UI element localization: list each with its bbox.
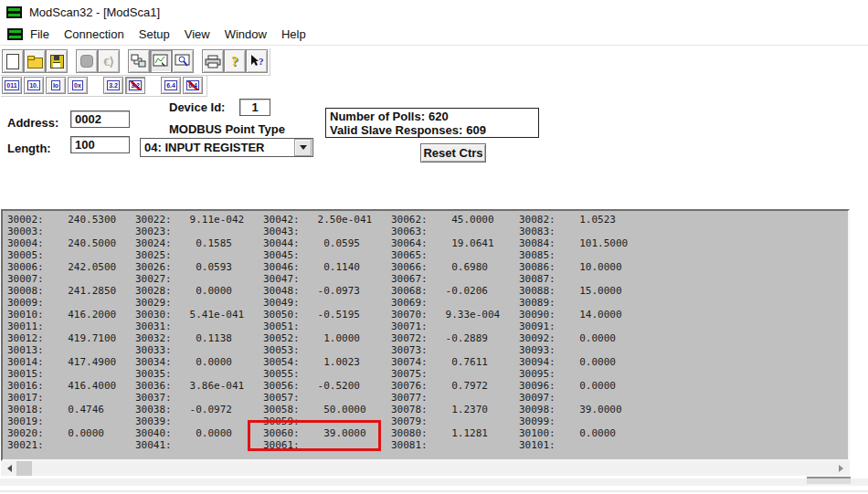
register-cell: 30004: 240.5000 — [7, 237, 135, 249]
address-label: Address: — [7, 116, 58, 130]
register-cell: 30089: — [519, 297, 647, 309]
register-cell: 30081: — [391, 439, 519, 451]
register-cell: 30042: 2.50e-041 — [263, 214, 391, 226]
combo-dropdown-button[interactable] — [294, 139, 312, 156]
display-binary-button[interactable]: 011 — [2, 77, 22, 94]
modscan32-window: ModScan32 - [ModSca1] File Connection Se… — [0, 0, 868, 494]
float-swapped-format-icon: 3.2 — [129, 80, 142, 90]
display-double-button[interactable]: 6.4 — [161, 77, 181, 94]
register-cell: 30097: — [519, 392, 647, 404]
display-hex-button[interactable]: 0x — [68, 77, 88, 94]
about-help-button[interactable]: ? — [224, 49, 246, 73]
register-cell: 30055: — [263, 368, 391, 380]
menu-setup[interactable]: Setup — [132, 26, 177, 43]
scroll-right-button[interactable] — [834, 461, 850, 476]
scroll-left-arrow-icon — [4, 465, 12, 472]
register-cell: 30074: 0.7611 — [391, 356, 519, 368]
register-cell: 30041: — [135, 439, 263, 451]
register-column: 30082: 1.052330083:30084: 101.500030085:… — [519, 214, 647, 451]
register-cell: 30002: 240.5300 — [7, 214, 135, 226]
length-input[interactable] — [70, 136, 130, 153]
stop-button[interactable] — [76, 49, 98, 73]
printer-icon — [205, 55, 221, 68]
mdi-child-system-icon[interactable] — [7, 28, 23, 40]
open-folder-icon — [27, 56, 42, 67]
display-double-swapped-button[interactable]: 6.4 — [183, 77, 203, 94]
register-cell: 30076: 0.7972 — [391, 380, 519, 392]
title-bar: ModScan32 - [ModSca1] — [0, 0, 868, 25]
point-type-select[interactable]: 04: INPUT REGISTER — [140, 138, 313, 157]
register-cell: 30073: — [391, 344, 519, 356]
register-cell: 30034: 0.0000 — [135, 356, 263, 368]
register-cell: 30009: — [7, 297, 135, 309]
register-cell: 30021: — [7, 439, 135, 451]
register-cell: 30068: -0.0206 — [391, 285, 519, 297]
register-cell: 30061: — [263, 439, 391, 451]
scroll-left-button[interactable] — [1, 461, 16, 476]
register-cell: 30030: 5.41e-041 — [135, 309, 263, 321]
register-cell: 30064: 19.0641 — [391, 237, 519, 249]
register-cell: 30022: 9.11e-042 — [135, 214, 263, 226]
register-cell: 30011: — [7, 321, 135, 332]
menu-window[interactable]: Window — [217, 26, 274, 43]
double-swapped-format-icon: 6.4 — [186, 80, 199, 90]
register-cell: 30006: 242.0500 — [7, 261, 135, 273]
help-question-icon: ? — [231, 55, 238, 68]
frame-scrollbar-thumb[interactable] — [807, 477, 851, 484]
register-cell: 30005: — [7, 249, 135, 261]
device-id-input[interactable] — [239, 99, 270, 116]
register-cell: 30018: 0.4746 — [7, 404, 135, 415]
register-cell: 30033: — [135, 344, 263, 356]
polls-count: 620 — [429, 110, 449, 123]
address-input[interactable] — [70, 110, 130, 128]
device-id-label: Device Id: — [169, 100, 225, 114]
display-float-button[interactable]: 3.2 — [103, 77, 123, 94]
frame-scroll-strip — [0, 478, 868, 486]
register-cell: 30096: 0.0000 — [519, 380, 647, 392]
open-file-button[interactable] — [24, 49, 46, 73]
register-cell: 30086: 10.0000 — [519, 261, 647, 273]
horizontal-scrollbar[interactable] — [1, 461, 850, 476]
context-help-button[interactable]: ? — [246, 49, 268, 73]
register-cell: 30075: — [391, 368, 519, 380]
register-cell: 30056: -0.5200 — [263, 380, 391, 392]
register-cell: 30095: — [519, 368, 647, 380]
register-cell: 30028: 0.0000 — [135, 285, 263, 297]
register-cell: 30040: 0.0000 — [135, 427, 263, 439]
menu-file[interactable]: File — [23, 26, 57, 43]
menu-help[interactable]: Help — [274, 26, 313, 43]
register-cell: 30046: 0.1140 — [263, 261, 391, 273]
new-file-button[interactable] — [2, 49, 24, 73]
float-format-icon: 3.2 — [107, 80, 120, 90]
window-bottom-edge — [0, 490, 868, 492]
chart-display-icon — [153, 54, 169, 68]
register-cell: 30027: — [135, 273, 263, 285]
register-cell: 30098: 39.0000 — [519, 404, 647, 415]
menu-bar: File Connection Setup View Window Help — [0, 24, 868, 46]
register-cell: 30094: 0.0000 — [519, 356, 647, 368]
connect-button[interactable]: €⟩ — [98, 49, 120, 73]
save-button[interactable] — [46, 49, 68, 73]
register-cell: 30026: 0.0593 — [135, 261, 263, 273]
register-cell: 30080: 1.1281 — [391, 427, 519, 439]
message-monitor-button[interactable] — [172, 49, 194, 73]
data-display-button[interactable] — [150, 49, 172, 73]
register-cell: 30013: — [7, 344, 135, 356]
register-cell: 30078: 1.2370 — [391, 404, 519, 415]
binary-format-icon: 011 — [5, 80, 18, 90]
reset-counters-button[interactable]: Reset Ctrs — [420, 143, 486, 163]
scrollbar-thumb[interactable] — [16, 461, 32, 476]
setup-display-button[interactable] — [128, 49, 150, 73]
main-toolbar: €⟩ — [1, 48, 270, 76]
print-button[interactable] — [202, 49, 224, 73]
register-cell: 30025: — [135, 249, 263, 261]
register-cell: 30019: — [7, 415, 135, 427]
menu-view[interactable]: View — [177, 26, 217, 43]
display-integer-button[interactable]: Io — [46, 77, 66, 94]
register-cell: 30088: 15.0000 — [519, 285, 647, 297]
polls-line: Number of Polls:620 — [330, 110, 535, 123]
display-decimal-button[interactable]: 10. — [24, 77, 44, 94]
display-float-swapped-button[interactable]: 3.2 — [125, 77, 145, 94]
menu-connection[interactable]: Connection — [57, 26, 132, 43]
register-cell: 30023: — [135, 226, 263, 237]
